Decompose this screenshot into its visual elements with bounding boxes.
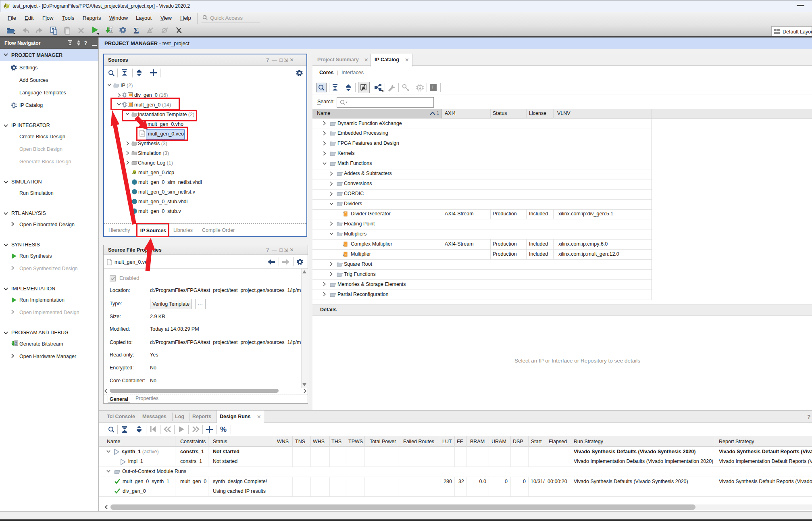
svg-text:10: 10 [15,343,17,345]
svg-text:01: 01 [15,341,17,343]
svg-text:10: 10 [110,30,112,32]
